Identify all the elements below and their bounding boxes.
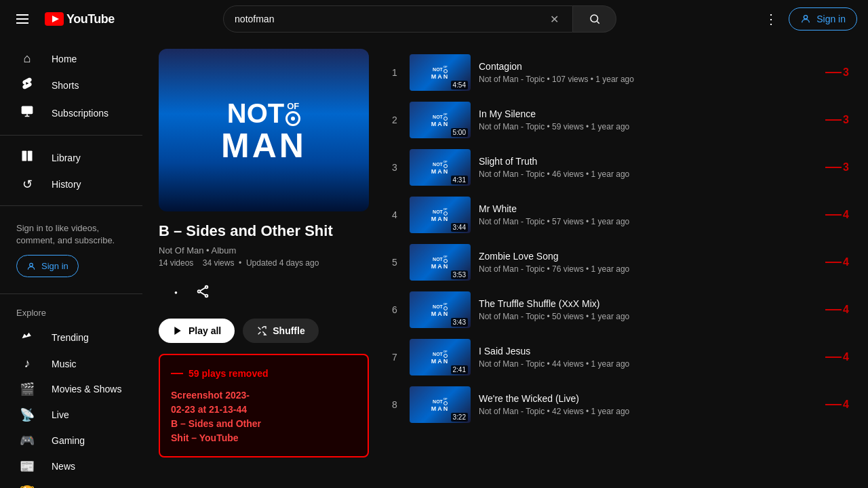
track-duration: 5:00 (451, 128, 468, 137)
sidebar-item-label: Shorts (52, 80, 79, 91)
track-actions: 3 (825, 114, 849, 126)
sidebar-item-shorts[interactable]: Shorts (3, 71, 140, 99)
sidebar-item-news[interactable]: 📰 News (3, 453, 140, 479)
search-input[interactable] (235, 14, 547, 24)
track-remove[interactable]: 4 (825, 351, 849, 363)
track-item[interactable]: 8 NOT OF MAN 3:22 We're the Wicked (Live… (385, 381, 852, 428)
svg-point-10 (205, 286, 208, 289)
sidebar-item-subscriptions[interactable]: Subscriptions (3, 99, 140, 127)
search-button[interactable] (573, 5, 616, 33)
sidebar-item-label: Gaming (52, 435, 85, 446)
logo-not: NOT (227, 98, 284, 129)
track-item[interactable]: 3 NOT OF MAN 4:31 Slight of Truth Not of… (385, 144, 852, 191)
track-title: I Said Jesus (479, 346, 817, 357)
track-meta: Not of Man - Topic • 42 views • 1 year a… (479, 407, 817, 416)
track-item[interactable]: 4 NOT OF MAN 3:44 Mr White Not of Man - … (385, 191, 852, 239)
track-remove[interactable]: 3 (825, 66, 849, 79)
play-all-button[interactable]: Play all (159, 319, 235, 343)
playlist-title: B – Sides and Other Shit (159, 222, 369, 240)
news-icon: 📰 (19, 459, 35, 474)
playlist-meta: Not Of Man • Album (159, 245, 369, 256)
playlist-updated: Updated 4 days ago (246, 258, 319, 268)
track-actions: 4 (825, 351, 849, 363)
album-logo: NOT OF MAN (221, 98, 307, 163)
track-thumbnail: NOT OF MAN 3:22 (410, 386, 471, 423)
track-item[interactable]: 2 NOT OF MAN 5:00 In My Silence Not of M… (385, 96, 852, 144)
track-remove[interactable]: 3 (825, 161, 849, 174)
playlist-view-count: 34 views (203, 258, 235, 268)
sidebar-item-trending[interactable]: Trending (3, 323, 140, 351)
track-remove[interactable]: 3 (825, 114, 849, 126)
track-duration: 3:53 (451, 270, 468, 279)
track-number: 3 (388, 162, 401, 173)
youtube-logo[interactable]: YouTube (45, 12, 115, 26)
svg-point-4 (804, 16, 808, 19)
logo-of: OF (287, 101, 299, 111)
track-info: The Truffle Shuffle (XxX Mix) Not of Man… (479, 298, 817, 321)
track-remove[interactable]: 4 (825, 304, 849, 316)
track-number: 2 (388, 115, 401, 125)
sidebar-item-history[interactable]: ↺ History (3, 171, 140, 197)
track-duration: 4:31 (451, 176, 468, 184)
menu-button[interactable] (11, 9, 34, 29)
track-meta: Not of Man - Topic • 59 views • 1 year a… (479, 122, 817, 131)
sidebar-item-label: Subscriptions (52, 108, 108, 119)
track-remove[interactable]: 4 (825, 209, 849, 221)
sidebar-item-label: News (52, 461, 75, 472)
track-actions: 3 (825, 161, 849, 174)
notification-box: — 59 plays removed Screenshot 2023- 02-2… (159, 354, 369, 458)
sidebar-item-gaming[interactable]: 🎮 Gaming (3, 428, 140, 453)
home-icon: ⌂ (19, 52, 35, 66)
track-meta: Not of Man - Topic • 57 views • 1 year a… (479, 217, 817, 226)
playlist-stats: 14 videos 34 views • Updated 4 days ago (159, 258, 369, 268)
svg-marker-15 (174, 327, 180, 335)
signin-prompt: Sign in to like videos, comment, and sub… (0, 214, 142, 285)
track-title: Mr White (479, 203, 817, 214)
track-item[interactable]: 6 NOT OF MAN 3:43 The Truffle Shuffle (X… (385, 286, 852, 333)
content-area: NOT OF MAN B – Sides and Other Shit Not … (142, 38, 868, 488)
shuffle-button[interactable]: Shuffle (243, 319, 318, 343)
track-remove[interactable]: 4 (825, 399, 849, 411)
trending-icon (19, 329, 35, 346)
track-actions: 4 (825, 399, 849, 411)
share-button[interactable] (190, 279, 216, 308)
more-options-button[interactable]: ⋮ (759, 5, 783, 33)
svg-point-12 (205, 295, 208, 298)
svg-point-9 (175, 291, 178, 294)
sidebar-item-home[interactable]: ⌂ Home (3, 46, 140, 71)
movies-icon: 🎬 (19, 382, 35, 396)
track-thumbnail: NOT OF MAN 3:43 (410, 291, 471, 328)
sidebar-item-library[interactable]: Library (3, 144, 140, 171)
track-meta: Not of Man - Topic • 76 views • 1 year a… (479, 264, 817, 274)
track-meta: Not of Man - Topic • 44 views • 1 year a… (479, 359, 817, 369)
search-input-container: ✕ (223, 5, 573, 33)
svg-rect-6 (22, 151, 27, 161)
sidebar-sign-in-button[interactable]: Sign in (16, 255, 79, 277)
track-item[interactable]: 7 NOT OF MAN 2:41 I Said Jesus Not of Ma… (385, 333, 852, 381)
notification-text: Screenshot 2023- 02-23 at 21-13-44 B – S… (171, 388, 357, 445)
sign-in-button[interactable]: Sign in (789, 7, 857, 30)
explore-label: Explore (0, 302, 142, 323)
sidebar-item-live[interactable]: 📡 Live (3, 402, 140, 428)
header-right: ⋮ Sign in (759, 5, 857, 33)
track-info: Mr White Not of Man - Topic • 57 views •… (479, 203, 817, 226)
library-icon (19, 149, 35, 166)
sidebar-divider (0, 135, 142, 136)
track-duration: 2:41 (451, 365, 468, 374)
track-duration: 3:43 (451, 318, 468, 327)
track-remove[interactable]: 4 (825, 256, 849, 268)
track-number: 1 (388, 67, 401, 78)
track-actions: 4 (825, 209, 849, 221)
track-item[interactable]: 5 NOT OF MAN 3:53 Zombie Love Song Not o… (385, 239, 852, 286)
track-item[interactable]: 1 NOT OF MAN 4:54 Contagion Not of Man -… (385, 49, 852, 96)
add-to-queue-button[interactable] (159, 279, 184, 308)
track-info: We're the Wicked (Live) Not of Man - Top… (479, 393, 817, 416)
sidebar-item-label: Trending (52, 332, 89, 343)
svg-point-2 (591, 15, 598, 22)
sidebar-item-movies[interactable]: 🎬 Movies & Shows (3, 376, 140, 402)
search-clear-button[interactable]: ✕ (547, 10, 561, 28)
header-left: YouTube (11, 9, 146, 29)
sidebar-item-sports[interactable]: 🏆 Sports (3, 479, 140, 488)
track-number: 8 (388, 399, 401, 410)
sidebar-item-music[interactable]: ♪ Music (3, 351, 140, 376)
